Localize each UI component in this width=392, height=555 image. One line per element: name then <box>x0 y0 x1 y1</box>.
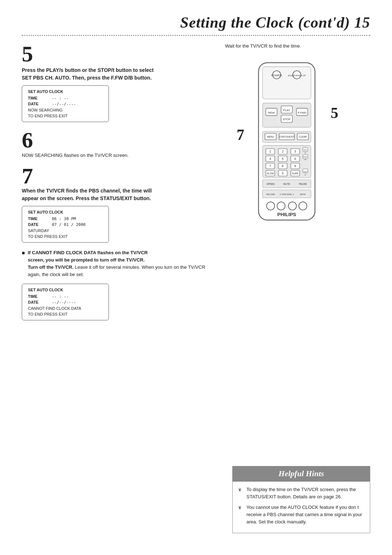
hint2-bullet: ¥ <box>238 504 244 526</box>
hint1-bullet: ¥ <box>238 486 244 501</box>
helpful-hints-section: Helpful Hints ¥ To display the time on t… <box>232 466 370 533</box>
svg-text:4: 4 <box>269 157 271 161</box>
svg-rect-1 <box>262 67 311 99</box>
step7-badge: 7 <box>237 126 244 143</box>
svg-point-65 <box>277 202 285 210</box>
screen3-date-value: --/--/---- <box>52 300 76 305</box>
svg-text:PAUSE: PAUSE <box>299 183 307 185</box>
warning-bullet: ■ <box>22 250 25 279</box>
warning-block: ■ If CANNOT FIND CLOCK DATA flashes on t… <box>22 249 211 279</box>
right-column: Wait for the TV/VCR to find the time. 5 … <box>221 42 359 326</box>
svg-point-66 <box>288 202 296 210</box>
screen-box-2: SET AUTO CLOCK TIME 06 : 30 PM DATE 07 /… <box>22 206 109 243</box>
svg-text:REW: REW <box>268 111 275 114</box>
screen2-date-value: 07 / 01 / 2000 <box>52 222 86 227</box>
screen1-end: TO END PRESS EXIT <box>28 114 103 118</box>
screen3-time-value: -- : -- <box>52 294 69 299</box>
screen1-status: NOW SEARCHING <box>28 108 103 112</box>
svg-text:0: 0 <box>282 171 283 175</box>
svg-text:RECODE: RECODE <box>266 193 275 195</box>
svg-text:MENU: MENU <box>267 135 274 138</box>
svg-text:SURF: SURF <box>292 172 298 175</box>
svg-text:8: 8 <box>282 164 283 168</box>
page-title: Setting the Clock (cont'd) 15 <box>0 0 392 31</box>
screen2-title: SET AUTO CLOCK <box>28 210 103 214</box>
svg-text:∧: ∧ <box>305 152 306 154</box>
hint-item-1: ¥ To display the time on the TV/VCR scre… <box>238 486 364 501</box>
screen2-row-time: TIME 06 : 30 PM <box>28 216 103 221</box>
screen3-time-label: TIME <box>28 294 46 299</box>
svg-text:6: 6 <box>294 157 296 161</box>
svg-text:STOP: STOP <box>283 118 290 121</box>
warning-text: If CANNOT FIND CLOCK DATA flashes on the… <box>28 249 211 279</box>
step6-left-block: 6 NOW SEARCHING flashes on the TV/VCR sc… <box>22 129 211 158</box>
step7-block: 7 When the TV/VCR finds the PBS channel,… <box>22 165 211 243</box>
svg-point-64 <box>266 202 274 210</box>
svg-text:∨: ∨ <box>305 174 306 176</box>
svg-point-67 <box>299 202 307 210</box>
svg-text:SLEEP/WAKE UP: SLEEP/WAKE UP <box>288 74 306 77</box>
screen2-end: TO END PRESS EXIT <box>28 234 103 239</box>
screen-box-1: SET AUTO CLOCK TIME -- : -- DATE --/--/-… <box>22 85 109 122</box>
main-content: 5 Press the PLAY/s button or the STOP/t … <box>0 36 392 326</box>
screen1-title: SET AUTO CLOCK <box>28 89 103 94</box>
svg-text:PLAY: PLAY <box>283 109 290 112</box>
screen3-row-time: TIME -- : -- <box>28 294 103 299</box>
svg-text:CH: CH <box>304 149 307 151</box>
screen3-date-label: DATE <box>28 300 46 305</box>
hint1-text: To display the time on the TV/VCR screen… <box>246 486 364 501</box>
screen3-status: CANNOT FIND CLOCK DATA <box>28 306 103 311</box>
screen3-title: SET AUTO CLOCK <box>28 288 103 292</box>
hints-body: ¥ To display the time on the TV/VCR scre… <box>232 481 370 533</box>
step5-number: 5 <box>22 42 211 65</box>
svg-text:CLEAR: CLEAR <box>299 135 307 138</box>
screen3-row-date: DATE --/--/---- <box>28 300 103 305</box>
svg-text:MUTE: MUTE <box>300 193 306 195</box>
svg-text:∨ TRACKING ∧: ∨ TRACKING ∧ <box>279 193 294 195</box>
warning-title: If CANNOT FIND CLOCK DATA flashes on the… <box>28 250 148 263</box>
screen2-status: SATURDAY <box>28 228 103 233</box>
hints-header: Helpful Hints <box>232 466 370 481</box>
screen3-end: TO END PRESS EXIT <box>28 312 103 316</box>
screen-box-3: SET AUTO CLOCK TIME -- : -- DATE --/--/-… <box>22 284 109 320</box>
step5-block: 5 Press the PLAY/s button or the STOP/t … <box>22 42 211 122</box>
svg-text:1: 1 <box>269 150 271 153</box>
step6-text: NOW SEARCHING flashes on the TV/VCR scre… <box>22 153 211 158</box>
step6-right-block: Wait for the TV/VCR to find the time. <box>221 42 359 50</box>
remote-illustration: 5 7 POWER SLEEP/WAKE UP <box>250 61 330 223</box>
svg-text:SLOW: SLOW <box>267 172 274 175</box>
svg-text:CH: CH <box>304 171 307 173</box>
step7-instruction: When the TV/VCR finds the PBS channel, t… <box>22 187 211 202</box>
warning-turnoff: Turn off the TV/VCR. <box>28 264 73 270</box>
screen1-date-label: DATE <box>28 102 46 106</box>
svg-text:POWER: POWER <box>271 74 282 77</box>
step5-badge: 5 <box>331 104 338 122</box>
screen2-row-date: DATE 07 / 01 / 2000 <box>28 222 103 227</box>
remote-svg: POWER SLEEP/WAKE UP REW PLAY F.FWD <box>250 61 323 222</box>
screen1-row-date: DATE --/--/---- <box>28 102 103 106</box>
svg-text:3: 3 <box>294 150 296 153</box>
svg-text:9: 9 <box>294 164 296 168</box>
svg-text:∧: ∧ <box>305 159 306 161</box>
step6-right-text: Wait for the TV/VCR to find the time. <box>225 43 301 49</box>
svg-text:PHILIPS: PHILIPS <box>277 212 296 217</box>
svg-text:SPEED: SPEED <box>266 183 275 185</box>
hint-item-2: ¥ You cannot use the AUTO CLOCK feature … <box>238 504 364 526</box>
title-text: Setting the Clock (cont'd) <box>180 14 350 31</box>
screen2-time-value: 06 : 30 PM <box>52 216 76 221</box>
screen1-date-value: --/--/---- <box>52 102 76 106</box>
hint2-text: You cannot use the AUTO CLOCK feature if… <box>246 504 364 526</box>
screen2-date-label: DATE <box>28 222 46 227</box>
svg-text:VOL: VOL <box>303 156 307 158</box>
step5-text-bold: Press the PLAY/s button or the STOP/t bu… <box>22 67 154 81</box>
left-column: 5 Press the PLAY/s button or the STOP/t … <box>22 42 211 326</box>
step5-instruction: Press the PLAY/s button or the STOP/t bu… <box>22 66 211 82</box>
page-number: 15 <box>354 14 370 31</box>
svg-text:STATUS/EXIT: STATUS/EXIT <box>279 135 294 138</box>
svg-text:F.FWD: F.FWD <box>298 111 306 114</box>
screen1-row-time: TIME -- : -- <box>28 96 103 101</box>
screen2-time-label: TIME <box>28 216 46 221</box>
svg-text:5: 5 <box>282 157 283 161</box>
step6-number: 6 <box>22 129 211 151</box>
svg-text:7: 7 <box>269 164 271 168</box>
